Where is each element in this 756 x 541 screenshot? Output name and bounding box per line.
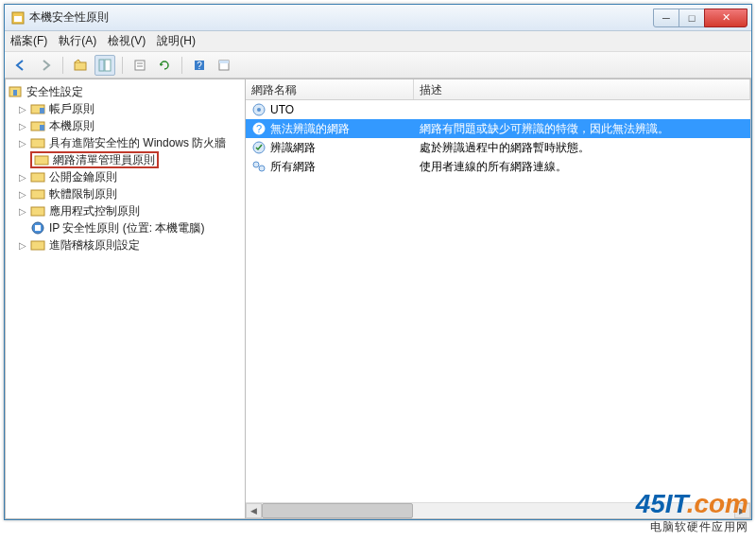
expander-icon[interactable]: ▷ — [17, 103, 28, 114]
app-window: 本機安全性原則 ─ □ ✕ 檔案(F) 執行(A) 檢視(V) 說明(H) ? … — [4, 4, 752, 520]
show-tree-button[interactable] — [94, 55, 115, 76]
folder-icon — [34, 152, 49, 167]
toolbar-separator — [181, 57, 182, 74]
svg-rect-17 — [40, 125, 44, 131]
folder-icon — [30, 118, 45, 133]
folder-icon — [30, 135, 45, 150]
menu-file[interactable]: 檔案(F) — [10, 33, 47, 49]
svg-rect-20 — [31, 173, 44, 182]
toolbar: ? — [5, 52, 751, 79]
properties-button[interactable] — [214, 55, 234, 76]
svg-rect-13 — [13, 90, 17, 96]
tree-item-network-list[interactable]: 網路清單管理員原則 — [8, 151, 243, 168]
list-header: 網路名稱 描述 — [246, 79, 750, 100]
window-controls: ─ □ ✕ — [654, 9, 747, 27]
list-row[interactable]: 辨識網路 處於辨識過程中的網路暫時狀態。 — [246, 138, 750, 157]
svg-rect-11 — [219, 61, 229, 63]
expander-icon[interactable]: ▷ — [17, 239, 28, 251]
svg-point-27 — [257, 108, 261, 112]
forward-button[interactable] — [35, 55, 56, 76]
list-panel: 網路名稱 描述 UTO ? 無法辨識的網路 網路有問題或缺少可辨識的特徵， — [246, 79, 750, 518]
list-row[interactable]: ? 無法辨識的網路 網路有問題或缺少可辨識的特徵，因此無法辨識。 — [246, 119, 750, 138]
minimize-button[interactable]: ─ — [653, 9, 679, 27]
toolbar-separator — [62, 57, 63, 74]
row-name: 辨識網路 — [270, 140, 316, 156]
network-icon — [251, 159, 266, 174]
tree-item-public-key[interactable]: ▷ 公開金鑰原則 — [8, 168, 243, 185]
help-button[interactable]: ? — [189, 55, 210, 76]
svg-rect-22 — [31, 207, 44, 216]
row-desc: 處於辨識過程中的網路暫時狀態。 — [414, 140, 750, 156]
folder-icon — [30, 101, 45, 116]
tree-item-local-policies[interactable]: ▷ 本機原則 — [8, 117, 243, 134]
svg-rect-2 — [75, 62, 86, 70]
watermark-brand: 45IT.com — [636, 489, 748, 519]
svg-rect-19 — [35, 156, 48, 165]
column-header-name[interactable]: 網路名稱 — [246, 79, 414, 99]
scroll-thumb[interactable] — [262, 503, 413, 518]
svg-rect-21 — [31, 190, 44, 199]
svg-rect-4 — [105, 60, 111, 71]
svg-point-31 — [253, 162, 259, 167]
maximize-button[interactable]: □ — [679, 9, 705, 27]
expander-icon[interactable]: ▷ — [17, 188, 28, 200]
svg-rect-25 — [31, 241, 44, 250]
app-icon — [10, 10, 26, 26]
network-icon — [251, 140, 266, 155]
tree-item-firewall[interactable]: ▷ 具有進階安全性的 Windows 防火牆 — [8, 134, 243, 151]
tree-root[interactable]: 安全性設定 — [8, 83, 243, 100]
expander-icon[interactable]: ▷ — [17, 137, 28, 148]
toolbar-separator — [122, 57, 123, 74]
list-row[interactable]: UTO — [246, 100, 750, 119]
ipsec-icon — [30, 220, 45, 236]
column-header-desc[interactable]: 描述 — [414, 79, 750, 99]
svg-rect-1 — [14, 16, 22, 22]
menu-view[interactable]: 檢視(V) — [108, 33, 146, 49]
svg-point-32 — [259, 166, 265, 171]
tree-item-software-restriction[interactable]: ▷ 軟體限制原則 — [8, 185, 243, 202]
highlight-annotation: 網路清單管理員原則 — [30, 151, 159, 168]
svg-text:?: ? — [197, 61, 202, 71]
tree-panel: 安全性設定 ▷ 帳戶原則 ▷ 本機原則 ▷ 具有進階安全性的 Windows 防… — [6, 79, 246, 518]
folder-icon — [30, 186, 45, 201]
row-name: 所有網路 — [270, 159, 316, 175]
security-icon — [8, 84, 23, 99]
folder-icon — [30, 169, 45, 184]
svg-text:?: ? — [256, 123, 262, 134]
tree-item-ip-security[interactable]: IP 安全性原則 (位置: 本機電腦) — [8, 219, 243, 236]
expander-icon[interactable]: ▷ — [17, 205, 28, 217]
svg-rect-15 — [40, 108, 44, 113]
content-area: 安全性設定 ▷ 帳戶原則 ▷ 本機原則 ▷ 具有進階安全性的 Windows 防… — [5, 79, 751, 519]
network-icon — [251, 102, 266, 117]
window-title: 本機安全性原則 — [29, 9, 654, 26]
menu-action[interactable]: 執行(A) — [59, 33, 96, 49]
row-name: UTO — [270, 103, 294, 116]
menu-help[interactable]: 說明(H) — [157, 33, 196, 49]
export-button[interactable] — [129, 55, 150, 76]
refresh-button[interactable] — [154, 55, 175, 76]
network-icon: ? — [251, 121, 266, 136]
up-button[interactable] — [70, 55, 91, 76]
folder-icon — [30, 203, 45, 218]
row-desc: 使用者連線的所有網路連線。 — [414, 159, 750, 175]
tree-item-app-control[interactable]: ▷ 應用程式控制原則 — [8, 202, 243, 219]
tree-item-account-policies[interactable]: ▷ 帳戶原則 — [8, 100, 243, 117]
expander-icon[interactable]: ▷ — [17, 171, 28, 183]
menu-bar: 檔案(F) 執行(A) 檢視(V) 說明(H) — [5, 31, 751, 52]
list-row[interactable]: 所有網路 使用者連線的所有網路連線。 — [246, 157, 750, 176]
list-body: UTO ? 無法辨識的網路 網路有問題或缺少可辨識的特徵，因此無法辨識。 辨識網… — [246, 100, 750, 502]
row-name: 無法辨識的網路 — [270, 121, 350, 137]
svg-rect-18 — [31, 139, 44, 148]
svg-rect-24 — [35, 225, 41, 231]
expander-icon[interactable]: ▷ — [17, 120, 28, 131]
folder-icon — [30, 237, 45, 253]
row-desc: 網路有問題或缺少可辨識的特徵，因此無法辨識。 — [414, 121, 750, 137]
svg-rect-5 — [135, 61, 145, 70]
expander-spacer — [17, 154, 28, 166]
expander-spacer — [17, 222, 28, 234]
tree-item-advanced-audit[interactable]: ▷ 進階稽核原則設定 — [8, 236, 243, 253]
title-bar[interactable]: 本機安全性原則 ─ □ ✕ — [5, 5, 751, 31]
close-button[interactable]: ✕ — [704, 9, 747, 27]
back-button[interactable] — [10, 55, 31, 76]
scroll-left-button[interactable]: ◀ — [246, 503, 262, 518]
